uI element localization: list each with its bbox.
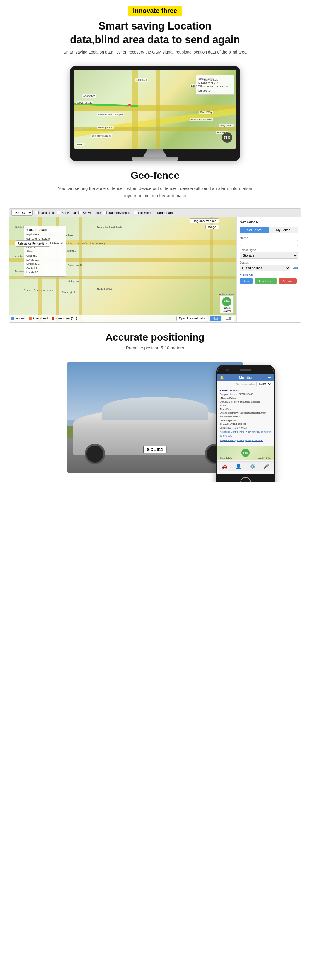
phone-overlay: 🔔 Monitor ☰ Right-layout robot: BAIDU XY…	[216, 365, 275, 482]
mapname-deutsche: Deutsche P ost Filiale	[97, 226, 123, 229]
map-baidu-dropdown[interactable]: BAIDU	[11, 210, 32, 216]
map-type-btn-satellite[interactable]: 卫星	[223, 316, 234, 321]
relevance-fence-close[interactable]: ✕	[45, 242, 48, 245]
geofence-title: Geo-fence	[6, 170, 304, 181]
map-label-not-balls: Not The Balls	[203, 78, 219, 82]
fence-name-row: Name	[240, 236, 298, 246]
fence-status-section: Status Out of bounds Click Select Bind	[240, 261, 298, 277]
fence-name-label: Name	[240, 236, 298, 240]
phone-robot-label: robot:	[249, 383, 255, 385]
fence-type-row: Fence Type Storage	[240, 248, 298, 259]
fence-remove-btn[interactable]: Remove	[279, 278, 297, 284]
section-geofence: Geo-fence You can setting the zone of fe…	[0, 161, 310, 208]
down-speed: ↓ 1.2K/s	[223, 310, 231, 312]
legend-overspeed15-dot	[51, 317, 54, 320]
toolbar-fullscreen[interactable]: Full Screen	[134, 211, 154, 215]
fence-tabs: Set Fence My Fence	[240, 227, 298, 233]
phone-top-bar	[217, 366, 274, 374]
click-label[interactable]: Click	[292, 266, 298, 269]
toolbar-panoramic[interactable]: Panoramic	[35, 211, 55, 215]
phone-vehicle-id: XY03D3132460	[220, 388, 271, 393]
toolbar-show-fence[interactable]: Show Fence	[78, 211, 101, 215]
phone-baidu-select[interactable]: BAIDU	[256, 382, 272, 386]
mapname-germ: Germ...mbH	[68, 264, 82, 267]
mapname-eneukauf: E neukauf Ho iger Amelang	[74, 242, 106, 245]
phone-nav-person-icon[interactable]: 👤	[236, 463, 241, 469]
phone-links2[interactable]: Playback Enlarge Manage Target More▼	[220, 439, 271, 442]
map-label-dawel: Dawei Beaut...	[77, 101, 93, 105]
range-button[interactable]: range	[205, 225, 219, 229]
monitor-neck	[143, 149, 167, 157]
map-label-king: King Com...	[219, 124, 233, 127]
phone-nav-settings-icon[interactable]: ⚙️	[250, 463, 256, 469]
fence-save-btn[interactable]: Save	[240, 278, 253, 284]
open-road-traffic-btn[interactable]: Open the road traffic	[176, 316, 208, 321]
map-label-academy: ACADEMY	[82, 94, 96, 98]
phone-links[interactable]: Advanced Control Panel A key fortificati…	[220, 430, 271, 439]
map-ui-body: Goldschmidt S. Nitschke Bistro As tra Qu…	[9, 217, 301, 322]
fence-name-input[interactable]	[240, 240, 298, 246]
monitor-percentage: 72%	[222, 132, 232, 143]
phone-nav-car-icon[interactable]: 🚗	[222, 463, 227, 469]
phone-acc: ACC:0	[220, 404, 271, 407]
phone-locate-type: Locate type:GIS	[220, 419, 271, 423]
accurate-title: Accurate positioning	[6, 331, 304, 343]
map-label-global: Global Way	[199, 111, 213, 114]
show-poi-checkbox[interactable]	[57, 211, 61, 215]
main-title: Smart saving Location data,blind area da…	[6, 19, 304, 47]
phone-content: XY03D3132460 Equipment cornet:0870731346…	[217, 387, 274, 445]
phone-equipment: Equipment cornet:08707313460	[220, 393, 271, 396]
map-speed-badge: 70% ↑ 0.9K/s ↓ 1.2K/s	[220, 296, 233, 313]
phone-rightlayout-label: Right-layout	[236, 383, 248, 385]
fullscreen-checkbox[interactable]	[134, 211, 137, 215]
phone-location: An der Kirche	[259, 457, 271, 459]
section-accurate: Accurate positioning Preceise position 5…	[0, 323, 310, 359]
panoramic-checkbox[interactable]	[35, 211, 39, 215]
fence-panel-title: Set Fence	[240, 220, 298, 224]
monitor-stand	[131, 157, 179, 161]
car-roof	[102, 397, 208, 420]
phone-app-header: 🔔 Monitor ☰	[217, 374, 274, 381]
geofence-description: You can setting the zone of fence，when d…	[53, 185, 257, 199]
legend-normal-dot	[11, 317, 14, 320]
map-type-btn-map[interactable]: 地图	[210, 316, 221, 321]
phone-menu-icon[interactable]: ☰	[267, 375, 271, 380]
mapname-vicky: Vicky Herbst	[68, 280, 82, 283]
fence-tab-my[interactable]: My Fence	[269, 227, 298, 233]
map-legend: normal OverSpeed OverSpeed(1.5) Open the…	[9, 315, 236, 322]
mapname-drmed: Dr.med. Chris tina Nisser	[24, 289, 53, 292]
toolbar-target: Target nam	[157, 211, 173, 215]
phone-speed-badge: 70%	[241, 449, 250, 457]
phone-select-row: Right-layout robot: BAIDU	[217, 381, 274, 387]
trajectory-checkbox[interactable]	[103, 211, 107, 215]
map-label-hotel: 只是附近酒店设施	[91, 134, 112, 138]
map-label-zoom: 100✕	[76, 143, 83, 146]
mapname-stanczyk: Stanczyk, A.	[62, 291, 77, 294]
toolbar-trajectory[interactable]: Trajectory Model	[103, 211, 131, 215]
phone-nav-mic-icon[interactable]: 🎤	[264, 463, 270, 469]
up-speed: ↑ 0.9K/s	[223, 307, 231, 310]
fence-new-btn[interactable]: New Fence	[255, 278, 277, 284]
select-bind-label[interactable]: Select Bind	[240, 273, 298, 277]
monitor-base	[74, 149, 236, 161]
relevance-fence[interactable]: Relevance Fence(0) ✕	[15, 240, 50, 247]
fence-status-select[interactable]: Out of bounds	[240, 265, 290, 271]
phone-locate: Locate:2017/12/1 7:04:07]	[220, 426, 271, 430]
car-phone-section: S·OL 911 🔔 Monitor ☰ Right-layout robot:…	[0, 359, 310, 482]
fence-type-select[interactable]: Storage	[240, 252, 298, 259]
map-label-food: Rinmoc Food Center	[190, 118, 213, 121]
map-ui-toolbar: BAIDU Panoramic Show POI Show Fence Traj…	[9, 208, 301, 217]
fence-type-label: Fence Type	[240, 248, 298, 251]
map-label-ago: AGO Bank	[135, 78, 148, 82]
phone-driver-name: Hans Schulz	[221, 457, 232, 459]
fence-status-label: Status	[240, 261, 298, 264]
phone-screen: 🔔 Monitor ☰ Right-layout robot: BAIDU XY…	[217, 374, 274, 474]
phone-home-button[interactable]	[240, 477, 251, 482]
show-fence-checkbox[interactable]	[78, 211, 82, 215]
fence-status-row: Out of bounds Click	[240, 265, 298, 271]
section-innovate-header: Innovate three Smart saving Location dat…	[0, 0, 310, 63]
car-plate: S·OL 911	[143, 446, 166, 453]
toolbar-show-poi[interactable]: Show POI	[57, 211, 76, 215]
fence-panel: Set Fence Set Fence My Fence Name Fence …	[236, 217, 301, 322]
fence-tab-set[interactable]: Set Fence	[240, 227, 269, 233]
